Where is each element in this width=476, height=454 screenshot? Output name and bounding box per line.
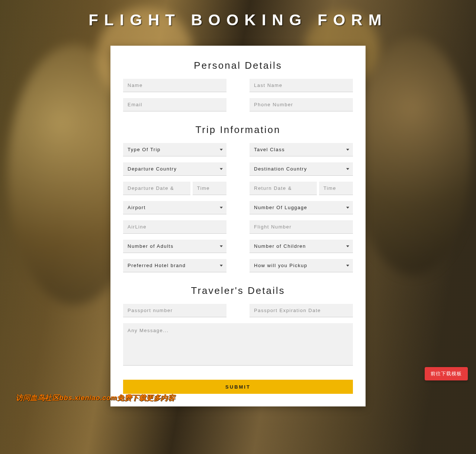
travel-class-select[interactable]: Tavel Class — [250, 143, 353, 156]
section-trip-title: Trip Information — [123, 124, 353, 136]
passport-expiration-input[interactable] — [250, 304, 353, 317]
departure-date-input[interactable] — [123, 182, 190, 195]
airport-select[interactable]: Airport — [123, 201, 226, 214]
trip-type-select[interactable]: Type Of Trip — [123, 143, 226, 156]
return-time-input[interactable] — [319, 182, 353, 195]
departure-time-input[interactable] — [193, 182, 227, 195]
first-name-input[interactable] — [123, 79, 226, 92]
last-name-input[interactable] — [250, 79, 353, 92]
passport-number-input[interactable] — [123, 304, 226, 317]
promo-overlay-text[interactable]: 访问血鸟社区bbs.xieniao.com免费下载更多内容 — [16, 393, 175, 403]
return-date-input[interactable] — [250, 182, 317, 195]
airline-input[interactable] — [123, 220, 226, 234]
departure-country-select[interactable]: Departure Country — [123, 162, 226, 176]
destination-country-select[interactable]: Destination Country — [250, 162, 353, 176]
pickup-select[interactable]: How will you Pickup — [250, 259, 353, 272]
email-input[interactable] — [123, 98, 226, 111]
section-traveler-title: Traveler's Details — [123, 285, 353, 296]
message-textarea[interactable] — [123, 323, 353, 366]
phone-input[interactable] — [250, 98, 353, 111]
children-select[interactable]: Number of Children — [250, 240, 353, 253]
download-template-button[interactable]: 前往下载模板 — [425, 367, 468, 380]
section-personal-title: Personal Details — [123, 60, 353, 71]
booking-form-card: Personal Details Trip Information Type O… — [110, 46, 366, 406]
bg-decor — [353, 37, 472, 275]
adults-select[interactable]: Number of Adults — [123, 240, 226, 253]
flight-number-input[interactable] — [250, 220, 353, 234]
page-title: FLIGHT BOOKING FORM — [0, 0, 476, 29]
hotel-select[interactable]: Preferred Hotel brand — [123, 259, 226, 272]
submit-button[interactable]: SUBMIT — [123, 380, 353, 394]
luggage-select[interactable]: Number Of Luggage — [250, 201, 353, 214]
